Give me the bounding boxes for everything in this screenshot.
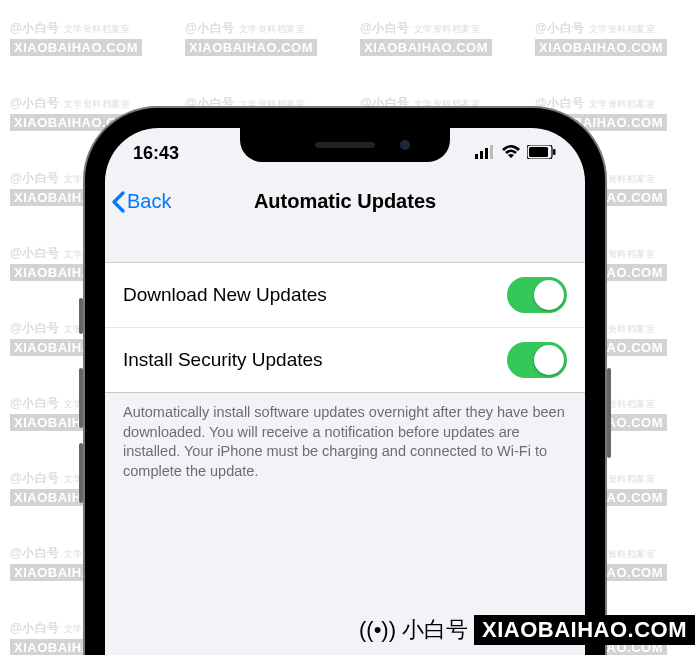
watermark-cell: @小白号 文学资料档案室XIAOBAIHAO.COM (525, 0, 700, 75)
phone-screen: 16:43 Back Autom (105, 128, 585, 655)
settings-group: Download New Updates Install Security Up… (105, 262, 585, 393)
cellular-icon (475, 143, 495, 164)
svg-rect-6 (553, 149, 556, 155)
mute-switch (79, 298, 83, 334)
wifi-icon (501, 143, 521, 164)
back-button[interactable]: Back (111, 190, 171, 213)
settings-footer: Automatically install software updates o… (105, 393, 585, 491)
nav-bar: Back Automatic Updates (105, 178, 585, 226)
chevron-left-icon (111, 191, 125, 213)
watermark-cell: @小白号 文学资料档案室XIAOBAIHAO.COM (175, 0, 350, 75)
corner-watermark: ((•)) 小白号 XIAOBAIHAO.COM (359, 615, 695, 645)
watermark-url: XIAOBAIHAO.COM (474, 615, 695, 645)
watermark-brand: 小白号 (402, 615, 468, 645)
volume-up-button (79, 443, 83, 503)
install-security-updates-row: Install Security Updates (105, 328, 585, 392)
battery-icon (527, 143, 557, 164)
power-button (607, 368, 611, 458)
volume-down-button (79, 368, 83, 428)
watermark-cell: @小白号 文学资料档案室XIAOBAIHAO.COM (0, 0, 175, 75)
download-updates-toggle[interactable] (507, 277, 567, 313)
row-label: Install Security Updates (123, 349, 323, 371)
svg-rect-3 (490, 145, 493, 159)
row-label: Download New Updates (123, 284, 327, 306)
download-updates-row: Download New Updates (105, 263, 585, 328)
svg-rect-1 (480, 151, 483, 159)
page-title: Automatic Updates (254, 190, 436, 213)
watermark-cell: @小白号 文学资料档案室XIAOBAIHAO.COM (350, 0, 525, 75)
notch (240, 128, 450, 162)
install-security-updates-toggle[interactable] (507, 342, 567, 378)
svg-rect-2 (485, 148, 488, 159)
status-time: 16:43 (133, 143, 179, 164)
back-label: Back (127, 190, 171, 213)
svg-rect-0 (475, 154, 478, 159)
phone-mockup: 16:43 Back Autom (85, 108, 605, 655)
settings-content: Download New Updates Install Security Up… (105, 226, 585, 491)
svg-rect-5 (529, 147, 548, 157)
broadcast-icon: ((•)) (359, 617, 396, 643)
